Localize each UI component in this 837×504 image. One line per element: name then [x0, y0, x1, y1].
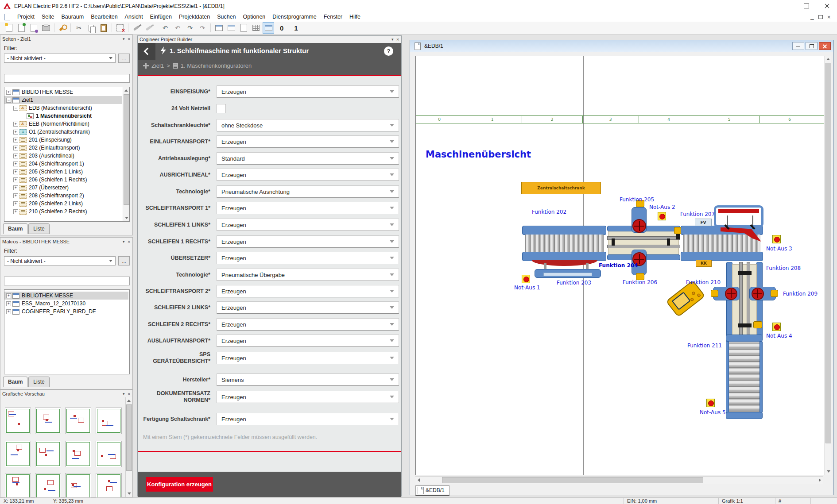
- motor-209-knob[interactable]: [771, 290, 778, 297]
- select-field-6[interactable]: Pneumatische Ausrichtung: [217, 185, 399, 198]
- open-page-button[interactable]: [16, 22, 27, 34]
- horizontal-scrollbar[interactable]: [415, 476, 823, 484]
- tree-row[interactable]: +207 (Übersetzer): [4, 184, 122, 192]
- makros-filter-combobox[interactable]: - Nicht aktiviert -: [4, 256, 116, 265]
- select-field-8[interactable]: Erzeugen: [217, 219, 399, 231]
- handheld-control-device[interactable]: [666, 280, 705, 317]
- tree-row[interactable]: +202 (Einlauftransport): [4, 144, 122, 152]
- select-field-3[interactable]: Erzeugen: [217, 135, 399, 148]
- menu-item-optionen[interactable]: Optionen: [240, 13, 269, 21]
- motor-209-wheel[interactable]: [752, 288, 764, 300]
- select-field-0[interactable]: Erzeugen: [217, 85, 399, 98]
- emergency-stop-icon[interactable]: [772, 323, 781, 331]
- rail-post[interactable]: [676, 234, 680, 239]
- conveyor-211-left-edge[interactable]: [726, 341, 729, 413]
- preview-thumbnail[interactable]: [65, 441, 91, 467]
- emergency-stop-icon[interactable]: [522, 275, 530, 283]
- preview-thumbnail[interactable]: [65, 408, 91, 434]
- page-properties-button[interactable]: [28, 22, 39, 34]
- conveyor-202-bottom-bar[interactable]: [522, 252, 606, 261]
- back-button[interactable]: [138, 43, 155, 60]
- menu-item-projekt[interactable]: Projekt: [14, 13, 38, 21]
- tree-expander-icon[interactable]: +: [13, 185, 18, 190]
- diagram-label-not-aus-4[interactable]: Not-Aus 4: [766, 333, 792, 339]
- tree-expander-icon[interactable]: +: [13, 162, 18, 166]
- select-field-16[interactable]: Erzeugen: [217, 352, 399, 364]
- tree-row[interactable]: +208 (Schleiftransport 2): [4, 192, 122, 200]
- child-close-icon[interactable]: ×: [827, 15, 831, 19]
- delete-selection-button[interactable]: [114, 22, 126, 34]
- copy-button[interactable]: [85, 22, 97, 34]
- menu-item-projektdaten[interactable]: Projektdaten: [175, 13, 213, 21]
- settings-wrench-button[interactable]: [57, 22, 68, 34]
- tree-row[interactable]: +209 (Schleifen 2 Links): [4, 200, 122, 208]
- rail-clamp[interactable]: [738, 323, 752, 327]
- preview-thumbnail[interactable]: [35, 441, 61, 467]
- panel-close-icon[interactable]: ×: [127, 392, 131, 396]
- preview-thumbnail[interactable]: [35, 408, 61, 434]
- motor-210-wheel[interactable]: [725, 288, 737, 300]
- diagram-box-kk[interactable]: KK: [696, 260, 712, 267]
- close-button[interactable]: [817, 0, 837, 12]
- select-field-14[interactable]: Erzeugen: [217, 318, 399, 331]
- editor-minimize-button[interactable]: [792, 42, 804, 50]
- page-tab-edb1[interactable]: &EDB/1: [415, 485, 450, 496]
- tree-row[interactable]: +ESS_Macro_12_20170130: [4, 300, 128, 308]
- editor-restore-button[interactable]: [806, 42, 818, 50]
- diagram-label-not-aus-1[interactable]: Not-Aus 1: [514, 285, 540, 291]
- tree-expander-icon[interactable]: +: [6, 90, 11, 95]
- motor-210-knob[interactable]: [711, 290, 718, 297]
- paste-button[interactable]: [98, 22, 109, 34]
- tree-expander-icon[interactable]: +: [13, 122, 18, 127]
- layer-number-1[interactable]: 1: [289, 24, 303, 32]
- menu-item-dienstprogramme[interactable]: Dienstprogramme: [269, 13, 320, 21]
- drawing-canvas[interactable]: 0123456 Maschinenübersicht: [415, 56, 824, 475]
- conveyor-207-bottom-bar[interactable]: [681, 252, 763, 261]
- conveyor-202-rollers[interactable]: [525, 235, 604, 252]
- undo-list-button[interactable]: ↶: [172, 22, 183, 34]
- format-brush-apply-button[interactable]: [143, 22, 155, 34]
- menu-item-ansicht[interactable]: Ansicht: [121, 13, 147, 21]
- diagram-label-not-aus-3[interactable]: Not-Aus 3: [766, 246, 792, 252]
- tree-expander-icon[interactable]: −: [13, 106, 18, 111]
- select-field-7[interactable]: Erzeugen: [217, 202, 399, 214]
- select-field-5[interactable]: Erzeugen: [217, 169, 399, 181]
- menu-item-suchen[interactable]: Suchen: [213, 13, 239, 21]
- conveyor-202-top-bar[interactable]: [522, 226, 606, 235]
- cut-button[interactable]: ✂: [73, 22, 85, 34]
- emergency-stop-icon[interactable]: [658, 212, 666, 220]
- tree-row[interactable]: +201 (Einspeisung): [4, 136, 122, 144]
- tree-row[interactable]: +205 (Schleifen 1 Links): [4, 168, 122, 176]
- minimize-button[interactable]: [776, 0, 796, 12]
- diagram-label-funktion-202[interactable]: Funktion 202: [532, 209, 566, 215]
- drawing-page-title[interactable]: Maschinenübersicht: [426, 149, 531, 160]
- tree-row[interactable]: +O1 (Zentralschaltschrank): [4, 128, 122, 136]
- tree-expander-icon[interactable]: +: [6, 293, 11, 298]
- child-minimize-icon[interactable]: ▁: [810, 15, 814, 19]
- select-field-9[interactable]: Erzeugen: [217, 235, 399, 248]
- diagram-label-funktion-204[interactable]: Funktion 204: [599, 262, 638, 269]
- rail-post[interactable]: [612, 239, 615, 246]
- press-unit-207-bar[interactable]: [718, 209, 759, 213]
- child-restore-icon[interactable]: [818, 15, 823, 19]
- tree-expander-icon[interactable]: −: [6, 98, 11, 103]
- seiten-filter-browse-button[interactable]: ...: [118, 54, 130, 63]
- tree-expander-icon[interactable]: +: [13, 209, 18, 214]
- diagram-label-funktion-203[interactable]: Funktion 203: [557, 280, 591, 286]
- new-page-button[interactable]: [3, 22, 15, 34]
- checkbox-1[interactable]: [217, 104, 226, 113]
- editor-close-button[interactable]: [819, 42, 831, 50]
- diagram-box-zentralschaltschrank[interactable]: Zentralschaltschrank: [521, 182, 601, 194]
- select-field-18[interactable]: Erzeugen: [217, 391, 399, 403]
- select-field-2[interactable]: ohne Steckdose: [217, 119, 399, 131]
- grid-button[interactable]: [250, 22, 262, 34]
- preview-thumbnail[interactable]: [96, 441, 122, 467]
- tree-expander-icon[interactable]: +: [6, 301, 11, 306]
- print-button[interactable]: [40, 22, 52, 34]
- page-macro-button[interactable]: [238, 22, 249, 34]
- seiten-filter-combobox[interactable]: - Nicht aktiviert -: [4, 54, 116, 63]
- conveyor-211-right-edge[interactable]: [760, 341, 763, 413]
- motor-205-wheel[interactable]: [632, 219, 646, 233]
- diagram-label-funktion-205[interactable]: Funktion 205: [620, 196, 654, 203]
- tree-expander-icon[interactable]: +: [13, 130, 18, 135]
